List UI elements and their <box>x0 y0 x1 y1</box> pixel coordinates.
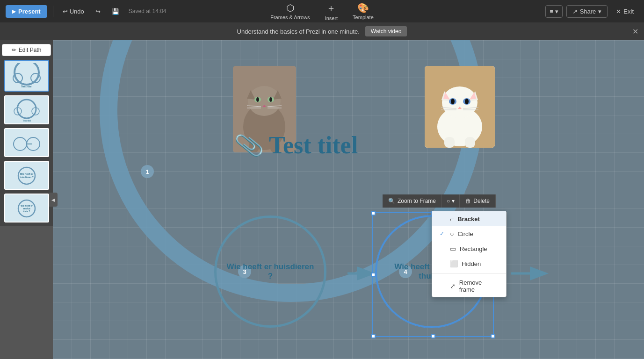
watch-video-button[interactable]: Watch video <box>365 26 407 36</box>
trash-icon: 🗑 <box>465 198 471 204</box>
save-icon: 💾 <box>112 8 119 15</box>
exit-icon: ✕ <box>616 8 621 15</box>
share-chevron: ▾ <box>598 8 601 15</box>
menu-item-hidden[interactable]: ⬜ Hidden <box>432 256 506 271</box>
hidden-icon: ⬜ <box>450 260 458 267</box>
slide3-thumb-svg: Wie heeft er huisdieren ? <box>6 163 47 190</box>
menu-item-rectangle[interactable]: ▭ Rectangle <box>432 241 506 256</box>
rectangle-icon: ▭ <box>450 245 456 252</box>
svg-point-36 <box>442 86 478 118</box>
handle-bm[interactable] <box>431 334 435 338</box>
template-icon: 🎨 <box>357 2 369 14</box>
frame-type-menu: ⌐ Bracket ✓ ○ Circle ▭ Rectangle <box>432 211 507 297</box>
save-button[interactable]: 💾 <box>108 6 123 17</box>
circle-shape-icon: ○ <box>450 230 454 237</box>
slide-item-3-wrapper: 3 Wie heeft er huisdieren ? <box>4 161 49 190</box>
svg-text:huisdieren ?: huisdieren ? <box>20 176 34 179</box>
menu-item-circle[interactable]: ✓ ○ Circle <box>432 226 506 241</box>
handle-bl[interactable] <box>371 334 376 338</box>
circle-check: ✓ <box>440 230 446 237</box>
insert-button[interactable]: ＋ Insert <box>325 2 338 21</box>
svg-text:Test titel: Test titel <box>22 119 30 122</box>
svg-text:Test titel: Test titel <box>21 85 32 88</box>
canvas-background: 1 <box>53 40 644 359</box>
arrow-svg-1 <box>347 264 376 283</box>
slide2-thumb-svg <box>6 130 47 157</box>
template-button[interactable]: 🎨 Template <box>353 2 374 20</box>
step-number-1: 1 <box>141 165 154 178</box>
frame-type-dropdown[interactable]: ○ ▾ <box>442 194 460 208</box>
svg-text:een kat: een kat <box>23 208 30 210</box>
delete-button[interactable]: 🗑 Delete <box>460 194 496 208</box>
saved-status: Saved at 14:04 <box>129 8 166 14</box>
main-layout: ✏ Edit Path Test titel 1 <box>0 40 644 359</box>
dropdown-chevron: ▾ <box>452 198 455 204</box>
svg-text:thuis ?: thuis ? <box>23 210 30 213</box>
slide-item-2-wrapper: 2 <box>4 128 49 157</box>
svg-point-20 <box>248 86 281 116</box>
arrow-svg-2 <box>511 264 549 283</box>
prezi-canvas: 1 <box>53 40 644 359</box>
overview-thumb-svg: Test titel <box>6 63 47 90</box>
cat-white-svg <box>425 66 495 148</box>
slide-thumbnail-2[interactable] <box>4 128 49 157</box>
slide1-thumb-svg: Test titel <box>6 97 47 124</box>
svg-point-25 <box>256 97 259 102</box>
remove-frame-icon: ⤢ <box>450 282 456 290</box>
svg-point-26 <box>269 97 272 102</box>
canvas-area[interactable]: 1 <box>53 40 644 359</box>
paperclip-icon: 📎 <box>233 130 266 161</box>
sidebar-wrapper: ✏ Edit Path Test titel 1 <box>0 40 53 359</box>
notification-message: Understand the basics of Prezi in one mi… <box>237 28 360 35</box>
slide-thumbnail-3[interactable]: Wie heeft er huisdieren ? <box>4 161 49 190</box>
frame-left-text: Wie heeft er huisdieren ? <box>217 253 324 290</box>
bracket-icon: ⌐ <box>450 215 454 223</box>
svg-text:Wie heeft er: Wie heeft er <box>20 172 33 175</box>
canvas-title: Test titel <box>269 131 358 159</box>
undo-icon: ↩ <box>63 8 68 15</box>
slide-thumbnail-1[interactable]: Test titel <box>4 95 49 124</box>
redo-icon: ↪ <box>95 8 101 15</box>
svg-point-4 <box>17 100 36 118</box>
toolbar-center: ⬡ Frames & Arrows ＋ Insert 🎨 Template <box>270 2 374 21</box>
menu-separator <box>432 273 506 273</box>
svg-point-44 <box>465 99 469 104</box>
zoom-to-frame-button[interactable]: 🔍 Zoom to Frame <box>383 194 442 208</box>
cat-image-right <box>425 66 495 148</box>
frames-arrows-button[interactable]: ⬡ Frames & Arrows <box>270 2 310 20</box>
insert-icon: ＋ <box>326 2 336 14</box>
svg-point-8 <box>14 137 27 151</box>
notification-close-button[interactable]: ✕ <box>632 27 638 36</box>
slide-item-4-wrapper: 4 Wie heeft er een kat thuis ? <box>4 194 49 223</box>
frames-icon: ⬡ <box>286 2 294 14</box>
slide-thumbnail-overview[interactable]: Test titel <box>4 60 49 92</box>
slide4-thumb-svg: Wie heeft er een kat thuis ? <box>6 195 47 223</box>
undo-button[interactable]: ↩ Undo <box>59 6 88 17</box>
svg-rect-50 <box>444 137 455 148</box>
path-icon: ✏ <box>12 47 16 53</box>
handle-br[interactable] <box>491 334 495 338</box>
circle-icon: ○ <box>447 198 450 204</box>
arrow-right-2 <box>511 264 549 287</box>
menu-item-bracket[interactable]: ⌐ Bracket <box>432 211 506 226</box>
notification-bar: Understand the basics of Prezi in one mi… <box>0 22 644 40</box>
menu-item-remove-frame[interactable]: ⤢ Remove frame <box>432 275 506 297</box>
separator <box>53 6 53 17</box>
slide-thumbnail-4[interactable]: Wie heeft er een kat thuis ? <box>4 194 49 223</box>
exit-button[interactable]: ✕ Exit <box>611 6 638 17</box>
svg-rect-51 <box>465 137 475 148</box>
toolbar-right: ≡ ▾ ↗ Share ▾ ✕ Exit <box>545 5 638 18</box>
title-area: 📎 Test titel <box>235 131 358 159</box>
svg-point-43 <box>451 99 455 104</box>
menu-button[interactable]: ≡ ▾ <box>545 5 562 18</box>
sidebar: ✏ Edit Path Test titel 1 <box>0 40 53 226</box>
present-button[interactable]: Present <box>6 5 47 18</box>
redo-button[interactable]: ↪ <box>92 6 104 17</box>
arrow-right-1 <box>347 264 376 287</box>
svg-text:Wie heeft er: Wie heeft er <box>21 205 33 207</box>
context-toolbar: 🔍 Zoom to Frame ○ ▾ 🗑 Delete <box>383 194 496 208</box>
frame-circle-left[interactable]: Wie heeft er huisdieren ? <box>214 215 326 328</box>
sidebar-collapse-handle[interactable]: ◀ <box>49 193 58 207</box>
edit-path-button[interactable]: ✏ Edit Path <box>2 44 51 56</box>
share-button[interactable]: ↗ Share ▾ <box>566 5 608 18</box>
